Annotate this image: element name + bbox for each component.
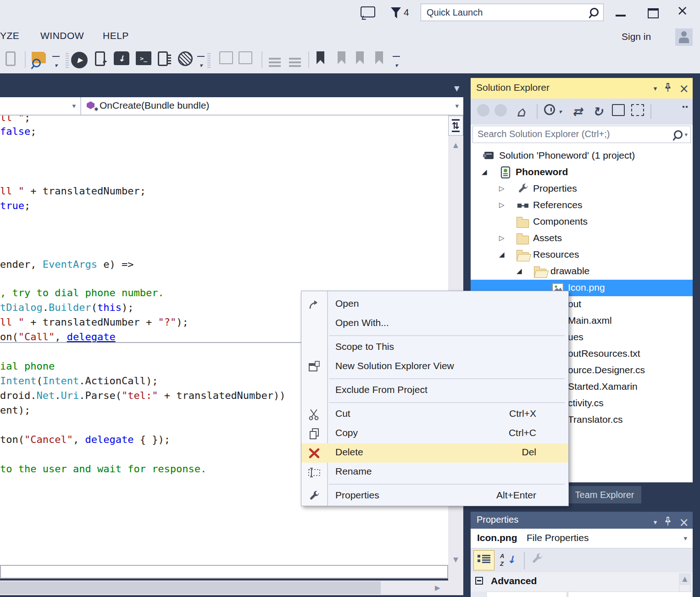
menu-item-scope-to-this[interactable]: Scope to This	[301, 338, 568, 357]
menu-window[interactable]: WINDOW	[40, 30, 84, 41]
expander-closed-icon[interactable]: ▷	[499, 201, 505, 209]
close-icon[interactable]: ×	[679, 84, 689, 93]
property-value-cell[interactable]	[568, 591, 693, 597]
previous-bookmark-icon[interactable]	[338, 51, 345, 64]
scroll-up-icon[interactable]: ▲	[679, 575, 691, 582]
toolbar-overflow-icon[interactable]	[197, 56, 205, 74]
tree-item-partial[interactable]: ource.Designer.cs	[568, 362, 692, 379]
next-bookmark-icon[interactable]	[356, 51, 364, 64]
close-icon[interactable]: ×	[679, 518, 689, 527]
device-log-icon[interactable]	[158, 51, 168, 66]
tab-team-explorer[interactable]: Team Explorer	[568, 486, 641, 503]
tree-item-resources[interactable]: ◢Resources	[471, 247, 693, 263]
scroll-up-icon[interactable]: ▲	[448, 141, 463, 149]
tree-item-partial[interactable]: ctivity.cs	[568, 395, 692, 412]
pin-icon[interactable]	[664, 83, 672, 94]
menu-item-open[interactable]: Open	[301, 295, 568, 314]
type-dropdown[interactable]: ▾	[0, 97, 81, 115]
collapse-all-icon[interactable]	[612, 104, 625, 116]
property-name-cell[interactable]	[486, 591, 567, 597]
tree-item-partial[interactable]: Started.Xamarin	[568, 379, 692, 395]
tree-item-references[interactable]: ▷References	[471, 197, 693, 214]
tree-item-properties[interactable]: ▷Properties	[471, 181, 693, 197]
expander-open-icon[interactable]: ◢	[499, 250, 505, 259]
alphabetical-sort-icon[interactable]	[498, 551, 518, 570]
solution-explorer-titlebar[interactable]: Solution Explorer ▾ ×	[471, 78, 693, 99]
collapse-section-icon[interactable]	[475, 577, 483, 585]
scroll-right-icon[interactable]: ▶	[435, 584, 440, 592]
toolbar-overflow-icon[interactable]	[393, 56, 400, 74]
quick-launch-input[interactable]	[421, 4, 589, 21]
refresh-icon[interactable]: ↻	[593, 104, 603, 119]
categorized-view-icon[interactable]	[473, 550, 494, 570]
indent-icon[interactable]	[269, 58, 281, 60]
tree-item-partial[interactable]: out	[568, 296, 692, 313]
console-icon[interactable]	[136, 51, 151, 65]
sign-in-link[interactable]: Sign in	[622, 31, 651, 42]
maximize-button[interactable]	[648, 8, 659, 18]
feedback-icon[interactable]	[361, 6, 375, 17]
chevron-down-icon[interactable]: ▾	[683, 534, 687, 542]
menu-yze[interactable]: YZE	[0, 30, 19, 41]
menu-item-properties[interactable]: PropertiesAlt+Enter	[301, 486, 568, 506]
attach-device-icon[interactable]	[6, 51, 16, 66]
expander-open-icon[interactable]: ◢	[482, 168, 487, 176]
scroll-down-icon[interactable]: ▼	[448, 556, 463, 563]
menu-item-new-solution-explorer-view[interactable]: New Solution Explorer View	[301, 357, 568, 376]
user-avatar-icon[interactable]	[675, 28, 693, 46]
notification-count[interactable]: 4	[404, 7, 409, 18]
panel-menu-icon[interactable]: ▾	[654, 518, 657, 526]
back-icon[interactable]	[477, 104, 489, 116]
show-all-files-icon[interactable]	[631, 104, 644, 116]
editor-horizontal-scrollbar[interactable]: ▶	[0, 580, 463, 595]
menu-item-copy[interactable]: CopyCtrl+C	[301, 424, 568, 443]
menu-item-rename[interactable]: Rename	[301, 463, 568, 482]
properties-titlebar[interactable]: Properties ▾ ×	[471, 512, 693, 529]
tree-item-partial[interactable]: outResources.txt	[568, 346, 692, 362]
menu-item-open-with-[interactable]: Open With...	[301, 314, 568, 333]
device-run-icon[interactable]	[95, 51, 105, 66]
pending-changes-filter-icon[interactable]	[544, 104, 555, 115]
toolbar-overflow-icon[interactable]	[683, 100, 684, 114]
expander-open-icon[interactable]: ◢	[517, 267, 522, 275]
notifications-filter-icon[interactable]	[391, 7, 401, 18]
tree-item-assets[interactable]: ▷Assets	[471, 230, 693, 247]
menu-help[interactable]: HELP	[103, 30, 129, 41]
sync-with-active-document-icon[interactable]: ⇄	[572, 104, 583, 119]
menu-item-cut[interactable]: CutCtrl+X	[301, 405, 568, 424]
property-pages-icon[interactable]	[530, 552, 544, 568]
properties-object-row[interactable]: Icon.png File Properties ▾	[471, 529, 693, 548]
outdent-icon[interactable]	[289, 58, 301, 60]
forward-icon[interactable]	[494, 104, 507, 116]
advanced-section-row[interactable]: Advanced	[471, 572, 693, 591]
panel-menu-icon[interactable]: ▾	[654, 84, 657, 93]
menu-item-delete[interactable]: DeleteDel	[301, 443, 568, 463]
chevron-down-icon[interactable]: ▾	[684, 131, 688, 138]
navigate-back-icon[interactable]	[219, 51, 233, 64]
toolbar-drag-handle[interactable]	[66, 52, 69, 68]
tree-item-partial[interactable]: Translator.cs	[568, 412, 692, 428]
copy-structure-icon[interactable]	[239, 51, 252, 64]
hscroll-thumb[interactable]	[0, 581, 381, 594]
split-window-handle[interactable]	[448, 116, 463, 136]
tree-item-partial[interactable]: ues	[568, 329, 692, 346]
document-well-dropdown-icon[interactable]: ▼	[454, 84, 460, 93]
tree-item-solution-phoneword-1-project-[interactable]: Solution 'Phoneword' (1 project)	[471, 148, 693, 164]
bookmark-icon[interactable]	[317, 51, 324, 64]
tree-item-components[interactable]: Components	[471, 214, 693, 230]
minimize-button[interactable]	[616, 15, 626, 17]
tree-item-drawable[interactable]: ◢drawable	[471, 263, 693, 280]
tree-item-phoneword[interactable]: ◢Phoneword	[471, 164, 693, 181]
pin-icon[interactable]	[664, 517, 672, 527]
solution-search-input[interactable]	[473, 126, 670, 142]
expander-closed-icon[interactable]: ▷	[499, 184, 505, 193]
member-dropdown[interactable]: ✱ OnCreate(Bundle bundle) ▾	[81, 97, 463, 115]
chevron-down-icon[interactable]: ▾	[559, 104, 562, 119]
run-icon[interactable]	[71, 52, 88, 68]
android-sdk-icon[interactable]	[114, 51, 129, 65]
expander-closed-icon[interactable]: ▷	[499, 234, 505, 242]
toolbar-overflow-icon[interactable]	[52, 56, 60, 74]
tree-item-partial[interactable]: Main.axml	[568, 313, 692, 329]
toolbar-drag-handle[interactable]	[207, 52, 211, 68]
clear-bookmarks-icon[interactable]	[375, 51, 383, 64]
